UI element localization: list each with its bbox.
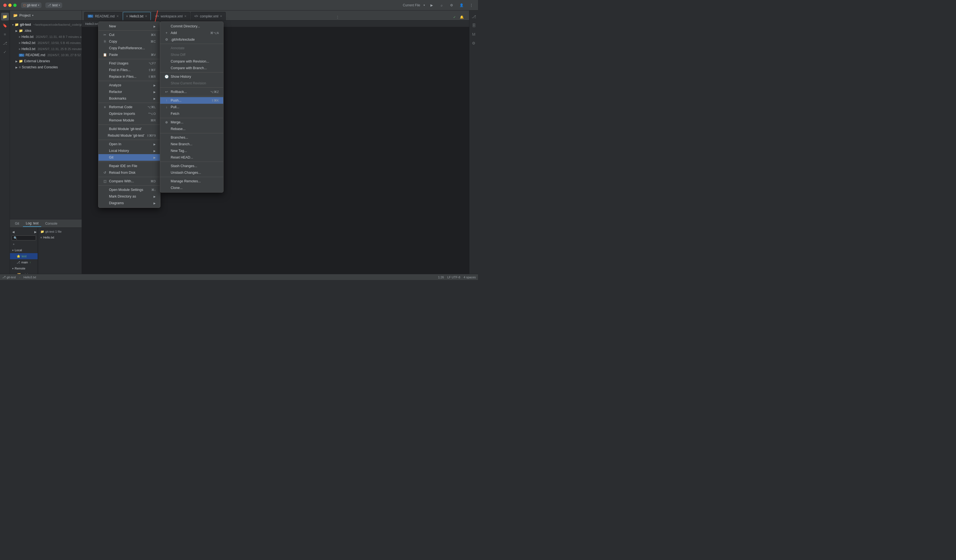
submenu-item-rebase[interactable]: Rebase... [160,126,223,132]
menu-item-mark-dir[interactable]: Mark Directory as ▶ [99,193,160,200]
current-file-label[interactable]: Current File [403,3,420,7]
menu-item-analyze[interactable]: Analyze ▶ [99,82,160,88]
menu-item-cut[interactable]: ✂ Cut ⌘X [99,31,160,38]
menu-item-rebuild[interactable]: Rebuild Module 'git-test' ⇧⌘F9 [99,132,160,139]
gradle-icon[interactable]: ⚙ [470,39,478,47]
db-icon[interactable]: 🗄 [470,22,478,29]
git-right-file[interactable]: ≡ Hello.txt [40,235,79,240]
todo-icon[interactable]: ✓ [1,48,9,56]
tab-git[interactable]: Git [12,220,22,227]
project-selector[interactable]: ◻ git-test ▾ [21,3,41,8]
menu-item-repair-ide[interactable]: Repair IDE on File [99,163,160,169]
submenu-item-new-branch[interactable]: New Branch... [160,141,223,148]
submenu-item-manage-remotes[interactable]: Manage Remotes... [160,178,223,184]
tab-close-icon[interactable]: ✕ [184,15,186,18]
tab-close-icon[interactable]: ✕ [220,15,222,18]
menu-item-copy-path[interactable]: Copy Path/Reference... [99,45,160,52]
menu-item-module-settings[interactable]: Open Module Settings ⌘↓ [99,187,160,193]
submenu-item-rollback[interactable]: ↩ Rollback... ⌥⌘Z [160,88,223,95]
search-button[interactable]: ⌕ [438,2,445,9]
structure-icon[interactable]: ≡ [1,30,9,38]
more-button[interactable]: ⋮ [468,2,475,9]
tab-close-icon[interactable]: ✕ [145,15,147,18]
people-button[interactable]: 👤 [458,2,465,9]
submenu-item-reset-head[interactable]: Reset HEAD... [160,154,223,161]
status-branch[interactable]: ⎇ git-test [2,275,16,279]
status-indent[interactable]: 4 spaces [464,275,476,279]
branch-item-main[interactable]: ⎇ main ↑ [10,259,38,265]
submenu-item-stash[interactable]: Stash Changes... [160,163,223,169]
tree-item-hello2[interactable]: ≡ Hello2.txt 2024/5/7, 10:50, 5 B 45 min… [10,40,82,46]
submenu-item-compare-revision[interactable]: Compare with Revision... [160,58,223,65]
menu-item-paste[interactable]: 📋 Paste ⌘V [99,52,160,58]
menu-item-reload[interactable]: ↺ Reload from Disk [99,169,160,176]
submenu-item-push[interactable]: ↑ Push... ⇧⌘K [160,97,223,104]
submenu-item-fetch[interactable]: Fetch [160,110,223,117]
submenu-item-exclude[interactable]: ⚙ .git/info/exclude [160,36,223,43]
tab-console[interactable]: Console [42,220,60,227]
tab-log[interactable]: Log: test [23,220,41,227]
close-button[interactable] [3,3,7,7]
tree-item-scratches[interactable]: ▶ ≡ Scratches and Consoles [10,64,82,70]
submenu-item-pull[interactable]: ↓ Pull... [160,104,223,110]
settings-button[interactable]: ⚙ [448,2,455,9]
status-file[interactable]: Hello3.txt [24,275,36,279]
menu-item-find-in-files[interactable]: Find in Files... ⇧⌘F [99,67,160,73]
bookmark-icon[interactable]: 🔖 [1,22,9,29]
menu-item-copy[interactable]: ⎘ Copy ⌘C [99,38,160,45]
tree-item-ext-lib[interactable]: ▶ 📁 External Libraries [10,58,82,64]
status-position[interactable]: 1:26 [438,275,444,279]
status-encoding[interactable]: LF UTF-8 [447,275,460,279]
nav-forward-icon[interactable]: ▶ [34,230,36,234]
tree-item-readme[interactable]: M+ README.md 2024/5/7, 10:30, 27 B 52 mi… [10,52,82,58]
project-view-icon[interactable]: 📁 [1,13,9,20]
menu-item-diagrams[interactable]: Diagrams ▶ [99,200,160,206]
run-button[interactable]: ▶ [428,2,435,9]
menu-item-new[interactable]: New ▶ [99,23,160,30]
tab-hello3[interactable]: ≡ Hello3.txt ✕ [123,12,151,20]
menu-item-bookmarks[interactable]: Bookmarks ▶ [99,95,160,102]
branch-remote-header[interactable]: ▾ Remote [10,265,38,271]
tab-compiler[interactable]: </> compiler.xml ✕ [190,12,226,20]
submenu-item-new-tag[interactable]: New Tag... [160,148,223,154]
tabs-more-button[interactable]: ⋮ [335,14,341,20]
maximize-button[interactable] [13,3,17,7]
vcs-icon[interactable]: ⎇ [1,39,9,47]
tree-item-root[interactable]: ▾ 📁 git-test ~/workspace/code/backend_co… [10,22,82,28]
nav-back-icon[interactable]: ◀ [12,230,14,234]
submenu-item-branches[interactable]: Branches... [160,134,223,141]
menu-item-find-usages[interactable]: Find Usages ⌥F7 [99,60,160,67]
tree-item-idea[interactable]: ▶ 📁 .idea [10,28,82,34]
submenu-item-commit-dir[interactable]: Commit Directory... [160,23,223,30]
branch-selector[interactable]: ⎇ test ▾ [46,3,62,8]
submenu-item-compare-branch[interactable]: Compare with Branch... [160,65,223,71]
submenu-item-show-history[interactable]: 🕐 Show History [160,73,223,80]
branch-item-test[interactable]: ⭐ test [10,253,38,259]
tree-item-hello[interactable]: ≡ Hello.txt 2024/5/7, 11:31, 48 B 7 minu… [10,34,82,40]
add-branch-btn[interactable]: ＋ [10,241,38,247]
tab-close-icon[interactable]: ✕ [116,15,119,18]
menu-item-remove-module[interactable]: Remove Module ⌘R [99,117,160,124]
minimize-button[interactable] [8,3,12,7]
menu-item-refactor[interactable]: Refactor ▶ [99,88,160,95]
submenu-item-merge[interactable]: ⊕ Merge... [160,119,223,126]
submenu-item-unstash[interactable]: Unstash Changes... [160,169,223,176]
tab-readme[interactable]: M+ README.md ✕ [84,12,122,20]
checkmark-icon[interactable]: ✓ [451,14,458,20]
tab-workspace[interactable]: </> workspace.xml ✕ [151,12,190,20]
submenu-item-add[interactable]: + Add ⌘⌥A [160,30,223,36]
submenu-item-clone[interactable]: Clone... [160,184,223,191]
branch-search-input[interactable] [12,236,36,241]
menu-item-optimize-imports[interactable]: Optimize Imports ^⌥O [99,110,160,117]
maven-icon[interactable]: M [470,30,478,38]
menu-item-replace-in-files[interactable]: Replace in Files... ⇧⌘R [99,73,160,80]
branch-local-header[interactable]: ▾ Local [10,247,38,253]
menu-item-compare[interactable]: ◫ Compare With... ⌘D [99,178,160,184]
notification-icon[interactable]: 🔔 [459,14,465,20]
menu-item-reformat[interactable]: ≡ Reformat Code ⌥⌘L [99,104,160,110]
menu-item-local-history[interactable]: Local History ▶ [99,148,160,154]
menu-item-build[interactable]: Build Module 'git-test' [99,126,160,132]
menu-item-git[interactable]: Git ▶ [99,154,160,161]
tree-item-hello3[interactable]: ≡ Hello3.txt 2024/5/7, 11:31, 25 B 25 mi… [10,46,82,52]
git-icon[interactable]: ⎇ [470,13,478,20]
